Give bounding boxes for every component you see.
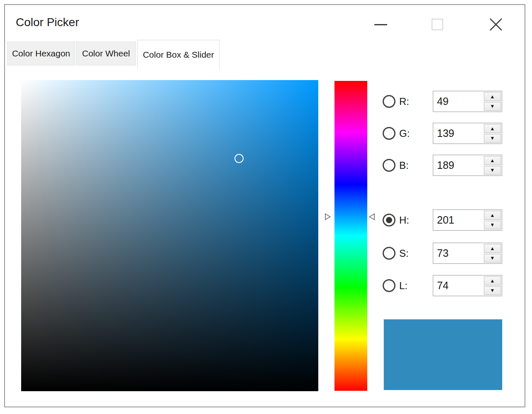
l-value-input[interactable]: 74: [433, 275, 483, 296]
g-spin-up-button[interactable]: ▲: [484, 124, 501, 133]
channel-label-g: G:: [399, 128, 417, 139]
tab-label: Color Box & Slider: [143, 50, 214, 60]
tab-label: Color Hexagon: [12, 49, 70, 58]
b-spin-down-button[interactable]: ▼: [484, 166, 501, 175]
g-value-input[interactable]: 139: [433, 123, 483, 144]
channel-label-b: B:: [399, 160, 417, 171]
r-spin-buttons: ▲ ▼: [483, 91, 502, 112]
s-spin-buttons: ▲ ▼: [483, 243, 502, 263]
window-title: Color Picker: [16, 16, 79, 29]
channel-label-l: L:: [399, 280, 417, 292]
channel-row-r: R: 49 ▲ ▼: [383, 91, 502, 112]
b-spin-buttons: ▲ ▼: [483, 155, 502, 175]
hue-slider-right-marker-icon[interactable]: [368, 213, 376, 221]
hue-slider-left-marker-icon[interactable]: [324, 213, 331, 221]
tab-color-hexagon[interactable]: Color Hexagon: [7, 41, 75, 66]
up-arrow-icon: ▲: [490, 246, 495, 251]
spinbox-l: 74 ▲ ▼: [433, 275, 502, 296]
channel-label-s: S:: [399, 248, 417, 259]
r-value-input[interactable]: 49: [433, 91, 483, 112]
g-spin-buttons: ▲ ▼: [483, 123, 502, 144]
channel-row-l: L: 74 ▲ ▼: [383, 275, 502, 296]
down-arrow-icon: ▼: [490, 136, 495, 141]
tab-color-box-slider[interactable]: Color Box & Slider: [137, 40, 220, 69]
close-icon: [489, 18, 503, 31]
s-spin-up-button[interactable]: ▲: [484, 244, 501, 253]
spinbox-r: 49 ▲ ▼: [433, 91, 502, 112]
up-arrow-icon: ▲: [490, 94, 495, 99]
h-spin-down-button[interactable]: ▼: [484, 221, 501, 230]
spinbox-b: 189 ▲ ▼: [433, 155, 502, 176]
spinbox-g: 139 ▲ ▼: [433, 123, 502, 144]
close-button[interactable]: [486, 15, 505, 34]
s-value-input[interactable]: 73: [433, 243, 483, 263]
channel-row-s: S: 73 ▲ ▼: [383, 243, 502, 264]
tab-color-wheel[interactable]: Color Wheel: [76, 41, 136, 66]
hue-slider[interactable]: [334, 81, 367, 391]
up-arrow-icon: ▲: [490, 126, 495, 131]
h-spin-up-button[interactable]: ▲: [484, 211, 501, 220]
saturation-value-box[interactable]: [21, 80, 318, 391]
spinbox-h: 201 ▲ ▼: [433, 209, 502, 231]
s-spin-down-button[interactable]: ▼: [484, 254, 501, 263]
tab-label: Color Wheel: [82, 49, 130, 58]
l-spin-buttons: ▲ ▼: [483, 275, 502, 296]
color-picker-window: Color Picker Color Hexagon Color Wheel C…: [4, 4, 525, 407]
down-arrow-icon: ▼: [490, 222, 495, 227]
h-value-input[interactable]: 201: [433, 210, 483, 230]
spinbox-s: 73 ▲ ▼: [433, 243, 502, 264]
radio-s[interactable]: [383, 247, 395, 260]
color-box-selection-marker[interactable]: [234, 154, 244, 163]
b-value-input[interactable]: 189: [433, 155, 483, 175]
minimize-icon: [374, 24, 387, 25]
down-arrow-icon: ▼: [490, 256, 495, 261]
r-spin-down-button[interactable]: ▼: [484, 102, 501, 111]
up-arrow-icon: ▲: [490, 278, 495, 283]
l-spin-down-button[interactable]: ▼: [484, 286, 501, 295]
h-spin-buttons: ▲ ▼: [483, 210, 502, 230]
radio-r[interactable]: [383, 95, 395, 108]
tab-strip: Color Hexagon Color Wheel Color Box & Sl…: [5, 40, 525, 70]
minimize-button[interactable]: [371, 15, 390, 34]
down-arrow-icon: ▼: [490, 104, 495, 109]
up-arrow-icon: ▲: [490, 158, 495, 163]
channel-row-b: B: 189 ▲ ▼: [383, 155, 502, 176]
channel-row-g: G: 139 ▲ ▼: [383, 123, 502, 144]
r-spin-up-button[interactable]: ▲: [484, 92, 501, 101]
up-arrow-icon: ▲: [490, 213, 495, 218]
g-spin-down-button[interactable]: ▼: [484, 134, 501, 143]
title-bar: Color Picker: [5, 5, 525, 41]
maximize-icon: [432, 19, 443, 30]
channel-label-h: H:: [399, 214, 417, 226]
channel-row-h: H: 201 ▲ ▼: [383, 209, 502, 231]
b-spin-up-button[interactable]: ▲: [484, 156, 501, 165]
l-spin-up-button[interactable]: ▲: [484, 276, 501, 285]
radio-h[interactable]: [383, 214, 395, 226]
down-arrow-icon: ▼: [490, 288, 495, 293]
radio-b[interactable]: [383, 159, 395, 172]
channel-label-r: R:: [399, 96, 417, 107]
selected-color-swatch: [383, 319, 503, 390]
down-arrow-icon: ▼: [490, 168, 495, 173]
radio-g[interactable]: [383, 127, 395, 140]
radio-l[interactable]: [383, 279, 395, 292]
maximize-button[interactable]: [428, 15, 447, 34]
